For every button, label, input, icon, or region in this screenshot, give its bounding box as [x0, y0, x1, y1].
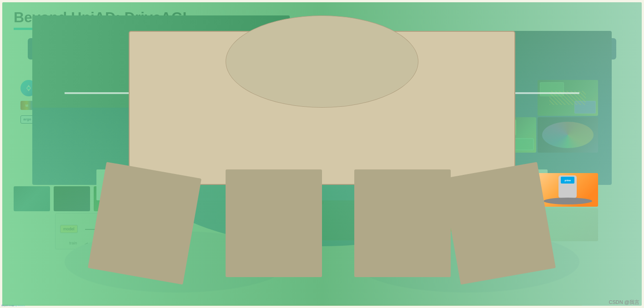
watermark: CSDN @我言 [609, 299, 639, 306]
bi-image-2: prime [538, 173, 599, 207]
slide: Beyond UniAD: DriveAGI Data-centric Pipe… [0, 0, 644, 308]
columns-container: Data-centric Pipeline Data Collection [14, 38, 630, 249]
right-column: Applications Autonomous Driving [443, 38, 630, 241]
broader-impact-images: prime [475, 173, 598, 241]
